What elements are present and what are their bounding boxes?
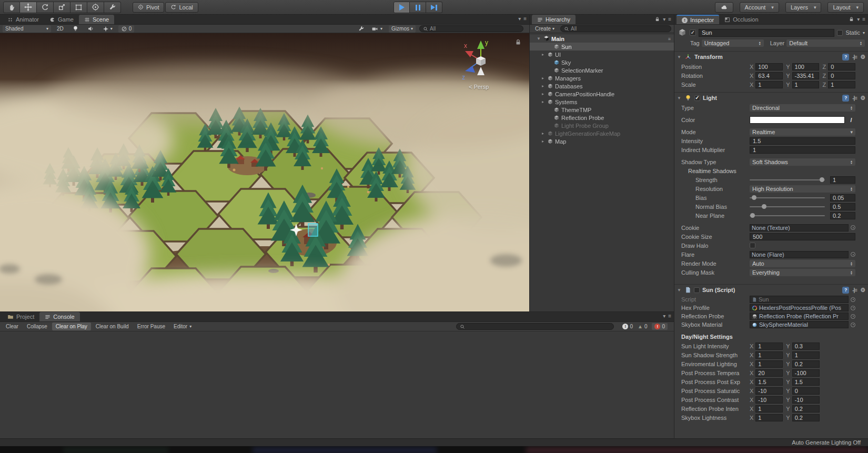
y-field[interactable]: 0.3 <box>792 343 820 350</box>
gizmos-dropdown[interactable]: Gizmos ▾ <box>389 25 416 33</box>
reflection-probe-object-field[interactable]: Reflection Probe (Reflection Pr <box>750 313 849 320</box>
expand-arrow-icon[interactable]: ▸ <box>540 99 546 104</box>
x-field[interactable]: 1 <box>755 343 783 350</box>
hierarchy-item-camerapositionhandle[interactable]: ▸ CameraPositionHandle <box>530 90 674 98</box>
flare-object-field[interactable]: None (Flare) <box>750 251 849 258</box>
expand-arrow-icon[interactable]: ▸ <box>540 139 546 144</box>
cloud-services-button[interactable] <box>715 2 733 13</box>
error-count-badge[interactable]: ! 0 <box>652 323 668 330</box>
console-search-input[interactable] <box>456 323 614 330</box>
sun-script-component-header[interactable]: ▼ Sun (Script) ? -|≡ ⚙ <box>674 285 868 295</box>
resolution-dropdown[interactable]: High Resolution <box>750 185 855 193</box>
normal-bias-slider[interactable] <box>750 206 825 207</box>
hierarchy-item-themetmp[interactable]: ThemeTMP <box>530 106 674 114</box>
strength-slider[interactable] <box>750 179 825 180</box>
position-z-field[interactable]: 0 <box>828 63 855 71</box>
strength-value-field[interactable]: 1 <box>830 176 855 184</box>
object-picker-icon[interactable] <box>851 323 855 327</box>
hierarchy-item-sky[interactable]: Sky <box>530 58 674 66</box>
x-field[interactable]: 1 <box>755 414 783 421</box>
help-icon[interactable]: ? <box>842 54 849 61</box>
layer-dropdown[interactable]: Default <box>786 39 865 47</box>
eyedropper-icon[interactable]: / <box>847 116 855 124</box>
object-name-field[interactable]: Sun <box>699 29 834 37</box>
account-dropdown[interactable]: Account▾ <box>740 2 779 13</box>
y-field[interactable]: 0 <box>792 387 820 395</box>
y-field[interactable]: 1.5 <box>792 378 820 386</box>
y-field[interactable]: 0.2 <box>792 360 820 368</box>
scene-search-input[interactable]: All <box>419 25 523 32</box>
scene-lighting-toggle[interactable] <box>69 25 82 33</box>
local-toggle-button[interactable]: Local <box>165 2 198 13</box>
near-plane-slider[interactable] <box>750 215 825 216</box>
intensity-field[interactable]: 1.5 <box>750 137 855 145</box>
expand-arrow-icon[interactable]: ▸ <box>540 131 546 136</box>
y-field[interactable]: -100 <box>792 369 820 377</box>
cookie-size-field[interactable]: 500 <box>750 233 855 240</box>
hierarchy-item-map[interactable]: ▸ Map <box>530 137 674 145</box>
rotate-tool-button[interactable] <box>37 2 54 13</box>
expand-arrow-icon[interactable]: ▸ <box>540 84 546 88</box>
indirect-multiplier-field[interactable]: 1 <box>750 146 855 154</box>
hierarchy-item-selectionmarker[interactable]: SelectionMarker <box>530 66 674 74</box>
panel-menu-icon[interactable]: ≡ <box>668 314 671 319</box>
chevron-down-icon[interactable]: ▾ <box>663 17 665 22</box>
editor-dropdown[interactable]: Editor ▾ <box>170 323 195 330</box>
help-icon[interactable]: ? <box>842 287 849 294</box>
expand-arrow-icon[interactable]: ▸ <box>540 92 546 96</box>
2d-toggle[interactable]: 2D <box>54 25 66 33</box>
tools-wrench-icon[interactable] <box>358 25 365 32</box>
preset-icon[interactable]: -|≡ <box>852 54 857 60</box>
foldout-icon[interactable]: ▼ <box>677 96 682 100</box>
scene-viewport[interactable]: y x z < Persp <box>0 33 529 311</box>
shading-mode-dropdown[interactable]: Shaded ▾ <box>3 25 51 33</box>
move-tool-button[interactable] <box>20 2 37 13</box>
scale-x-field[interactable]: 1 <box>755 81 783 88</box>
step-button[interactable] <box>426 2 442 13</box>
hex-profile-object-field[interactable]: HexlersPostProcessProfile (Pos <box>750 304 849 311</box>
custom-tool-button[interactable] <box>104 2 121 13</box>
tab-game[interactable]: Game <box>44 15 79 24</box>
tab-occlusion[interactable]: Occlusion <box>719 15 763 24</box>
light-mode-dropdown[interactable]: Realtime <box>750 128 855 136</box>
panel-menu-icon[interactable]: ≡ <box>523 16 527 22</box>
script-enabled-checkbox[interactable] <box>694 287 700 293</box>
perspective-label[interactable]: < Persp <box>458 84 500 90</box>
play-button[interactable] <box>393 2 410 13</box>
gear-icon[interactable]: ⚙ <box>860 287 865 294</box>
x-field[interactable]: 1 <box>755 351 783 359</box>
cookie-object-field[interactable]: None (Texture) <box>750 224 849 231</box>
static-dropdown-icon[interactable]: ▾ <box>863 31 865 35</box>
layers-dropdown[interactable]: Layers▾ <box>785 2 822 13</box>
shadow-type-dropdown[interactable]: Soft Shadows <box>750 158 855 166</box>
scene-audio-toggle[interactable] <box>85 25 97 33</box>
clear-on-play-button[interactable]: Clear on Play <box>52 323 91 330</box>
hierarchy-item-databases[interactable]: ▸ Databases <box>530 82 674 90</box>
chevron-down-icon[interactable]: ▾ <box>518 16 521 22</box>
light-enabled-checkbox[interactable]: ✓ <box>694 95 700 101</box>
tab-scene[interactable]: Scene <box>79 15 114 24</box>
light-component-header[interactable]: ▼ ✓ Light ? -|≡ ⚙ <box>674 93 868 103</box>
x-field[interactable]: 1 <box>755 360 783 368</box>
bias-value-field[interactable]: 0.05 <box>830 194 855 202</box>
x-field[interactable]: 1.5 <box>755 378 783 386</box>
hierarchy-item-systems[interactable]: ▸ Systems <box>530 98 674 106</box>
transform-component-header[interactable]: ▼ Transform ? -|≡ ⚙ <box>674 52 868 62</box>
scene-menu-icon[interactable]: ≡ <box>668 36 671 42</box>
x-field[interactable]: 20 <box>755 369 783 377</box>
expand-arrow-icon[interactable]: ▸ <box>540 76 546 80</box>
active-checkbox[interactable]: ✓ <box>690 29 696 36</box>
x-field[interactable]: -10 <box>755 396 783 404</box>
info-count-badge[interactable]: ! 0 <box>622 324 633 329</box>
preset-icon[interactable]: -|≡ <box>852 95 857 101</box>
object-picker-icon[interactable] <box>851 252 855 257</box>
scale-y-field[interactable]: 1 <box>792 81 820 88</box>
layout-dropdown[interactable]: Layout▾ <box>827 2 864 13</box>
y-field[interactable]: 1 <box>792 351 820 359</box>
hierarchy-item-sun[interactable]: Sun <box>530 43 674 51</box>
object-picker-icon[interactable] <box>851 225 855 230</box>
normal-bias-value-field[interactable]: 0.5 <box>830 203 855 210</box>
y-field[interactable]: -10 <box>792 396 820 404</box>
clear-on-build-button[interactable]: Clear on Build <box>92 323 133 330</box>
gear-icon[interactable]: ⚙ <box>860 95 865 102</box>
